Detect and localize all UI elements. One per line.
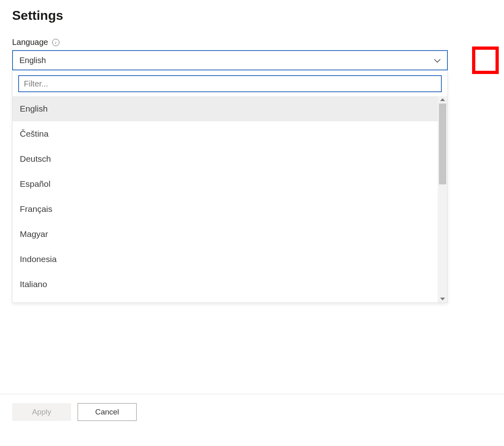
footer: Apply Cancel: [0, 394, 504, 430]
info-icon[interactable]: i: [52, 39, 59, 46]
language-option[interactable]: Français: [13, 197, 439, 222]
language-dropdown-panel: English Čeština Deutsch Español Français…: [12, 70, 448, 303]
language-option[interactable]: English: [13, 96, 439, 121]
scrollbar[interactable]: [438, 96, 447, 302]
scrollbar-thumb[interactable]: [439, 104, 446, 184]
language-option[interactable]: Italiano: [13, 272, 439, 297]
language-options-list: English Čeština Deutsch Español Français…: [13, 96, 439, 297]
highlight-box: [472, 47, 499, 74]
language-label: Language: [12, 38, 48, 47]
language-option[interactable]: Čeština: [13, 121, 439, 146]
scroll-up-icon[interactable]: [440, 98, 445, 101]
language-dropdown[interactable]: English English Čeština Deutsch Español …: [12, 50, 492, 303]
apply-button[interactable]: Apply: [12, 403, 71, 421]
filter-input[interactable]: [18, 75, 442, 92]
language-option[interactable]: Español: [13, 171, 439, 197]
chevron-down-icon: [434, 56, 441, 65]
cancel-button[interactable]: Cancel: [78, 403, 137, 421]
language-option[interactable]: Magyar: [13, 222, 439, 247]
scroll-down-icon[interactable]: [440, 298, 445, 300]
language-selected-value: English: [19, 56, 46, 65]
language-dropdown-selected[interactable]: English: [12, 50, 448, 70]
language-option[interactable]: Deutsch: [13, 146, 439, 171]
language-option[interactable]: Indonesia: [13, 247, 439, 272]
page-title: Settings: [12, 8, 492, 23]
